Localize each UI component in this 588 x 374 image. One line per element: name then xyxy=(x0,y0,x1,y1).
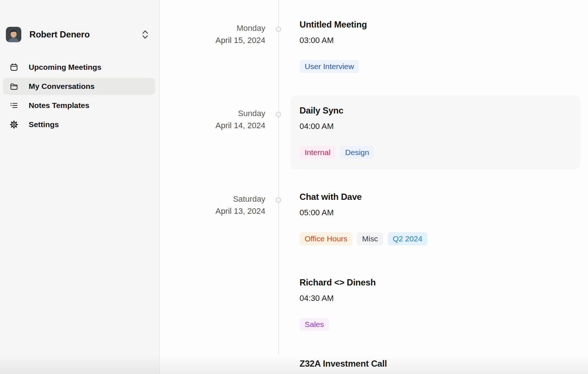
meeting-tags: Office HoursMiscQ2 2024 xyxy=(300,232,571,245)
date-full: April 13, 2024 xyxy=(215,205,265,217)
meeting-title: Chat with Dave xyxy=(300,191,571,202)
date-full: April 14, 2024 xyxy=(215,119,265,132)
meeting-entry-z32a-investment-call[interactable]: Z32A Investment Call xyxy=(290,348,581,374)
meeting-title: Richard <> Dinesh xyxy=(300,277,571,288)
sidebar-item-label: Notes Templates xyxy=(29,101,89,110)
tag-misc[interactable]: Misc xyxy=(357,232,383,245)
timeline-dot xyxy=(276,197,281,203)
date-label-group: Sunday April 14, 2024 xyxy=(215,107,265,132)
tag-sales[interactable]: Sales xyxy=(300,318,329,331)
folder-icon xyxy=(10,82,18,91)
date-day: Monday xyxy=(215,22,265,34)
meeting-entry-untitled-meeting[interactable]: Untitled Meeting 03:00 AM User Interview xyxy=(290,9,581,83)
meeting-tags: Sales xyxy=(300,318,571,331)
sidebar-item-upcoming-meetings[interactable]: Upcoming Meetings xyxy=(3,59,155,76)
timeline-line xyxy=(278,0,279,355)
sidebar-item-my-conversations[interactable]: My Conversations xyxy=(3,78,155,95)
sidebar-item-label: Upcoming Meetings xyxy=(29,63,101,72)
app-root: Monday April 15, 2024 Sunday April 14, 2… xyxy=(0,0,588,374)
tag-office-hours[interactable]: Office Hours xyxy=(300,232,352,245)
date-day: Saturday xyxy=(215,193,265,205)
meeting-tags: User Interview xyxy=(300,60,571,73)
meeting-time: 04:30 AM xyxy=(300,293,571,303)
meeting-tags: InternalDesign xyxy=(300,146,571,159)
gear-icon xyxy=(10,120,18,129)
date-full: April 15, 2024 xyxy=(215,34,265,46)
sidebar-item-label: Settings xyxy=(29,120,59,129)
list-icon xyxy=(10,101,18,110)
calendar-icon xyxy=(10,63,18,72)
chevron-up-down-icon[interactable] xyxy=(141,29,149,40)
avatar xyxy=(6,27,21,42)
tag-q2-2024[interactable]: Q2 2024 xyxy=(388,232,428,245)
tag-user-interview[interactable]: User Interview xyxy=(300,60,359,73)
meeting-entry-daily-sync[interactable]: Daily Sync 04:00 AM InternalDesign xyxy=(290,95,581,169)
tag-design[interactable]: Design xyxy=(340,146,374,159)
meeting-entry-richard-dinesh[interactable]: Richard <> Dinesh 04:30 AM Sales xyxy=(290,267,581,341)
tag-internal[interactable]: Internal xyxy=(300,146,336,159)
meeting-title: Daily Sync xyxy=(300,105,571,116)
timeline-dot xyxy=(276,26,281,32)
meeting-time: 05:00 AM xyxy=(300,208,571,218)
sidebar: Robert Denero Upcoming Meet xyxy=(0,0,160,374)
user-profile-selector[interactable]: Robert Denero xyxy=(6,26,154,43)
sidebar-nav: Upcoming Meetings My Conversations xyxy=(3,59,155,135)
date-day: Sunday xyxy=(215,107,265,119)
timeline-dot xyxy=(276,112,281,117)
meeting-time: 03:00 AM xyxy=(300,35,571,46)
meeting-title: Z32A Investment Call xyxy=(300,358,571,369)
sidebar-item-notes-templates[interactable]: Notes Templates xyxy=(3,97,155,114)
sidebar-item-settings[interactable]: Settings xyxy=(3,116,155,133)
date-label-group: Monday April 15, 2024 xyxy=(215,22,265,46)
meeting-entry-chat-with-dave[interactable]: Chat with Dave 05:00 AM Office HoursMisc… xyxy=(290,181,581,256)
sidebar-item-label: My Conversations xyxy=(29,82,94,91)
meeting-title: Untitled Meeting xyxy=(300,19,571,30)
user-name: Robert Denero xyxy=(29,29,141,40)
date-label-group: Saturday April 13, 2024 xyxy=(215,193,265,217)
meeting-time: 04:00 AM xyxy=(300,121,571,132)
